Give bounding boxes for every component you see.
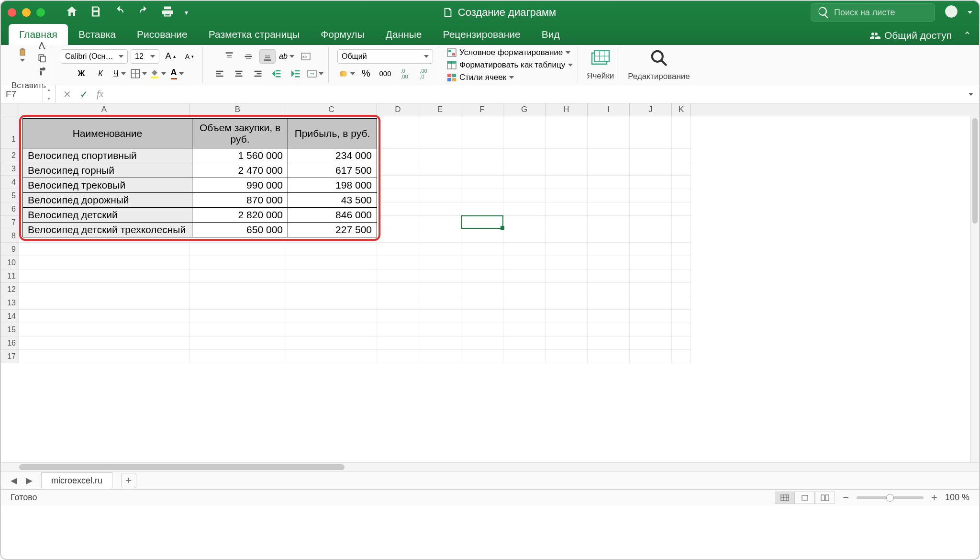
row-header[interactable]: 8 bbox=[1, 229, 19, 243]
table-cell[interactable]: 2 820 000 bbox=[192, 208, 288, 223]
user-dropdown-icon[interactable] bbox=[968, 11, 972, 14]
confirm-formula-icon[interactable]: ✓ bbox=[80, 89, 88, 100]
table-cell[interactable]: 43 500 bbox=[288, 193, 377, 208]
table-header[interactable]: Объем закупки, в руб. bbox=[192, 119, 288, 148]
decrease-indent-icon[interactable] bbox=[269, 67, 285, 81]
minimize-window-button[interactable] bbox=[22, 8, 31, 17]
column-header[interactable]: G bbox=[503, 103, 546, 116]
copy-icon[interactable] bbox=[37, 53, 47, 65]
row-header[interactable]: 4 bbox=[1, 176, 19, 189]
column-header[interactable]: H bbox=[546, 103, 588, 116]
tab-draw[interactable]: Рисование bbox=[126, 24, 198, 45]
tab-insert[interactable]: Вставка bbox=[68, 24, 126, 45]
name-box-stepper[interactable]: ▴▾ bbox=[43, 85, 56, 103]
table-cell[interactable]: 846 000 bbox=[288, 208, 377, 223]
table-cell[interactable]: 617 500 bbox=[288, 163, 377, 178]
share-button[interactable]: Общий доступ bbox=[869, 30, 952, 41]
column-header[interactable]: F bbox=[461, 103, 503, 116]
column-header[interactable]: B bbox=[189, 103, 286, 116]
row-header[interactable]: 10 bbox=[1, 256, 19, 269]
select-all-corner[interactable] bbox=[1, 103, 19, 116]
print-icon[interactable] bbox=[161, 5, 174, 20]
table-cell[interactable]: Велосипед детский трехколесный bbox=[23, 223, 192, 237]
row-header[interactable]: 6 bbox=[1, 202, 19, 216]
align-bottom-icon[interactable] bbox=[259, 49, 276, 64]
vertical-scrollbar[interactable] bbox=[970, 116, 979, 462]
name-box[interactable]: F7 bbox=[1, 85, 43, 103]
find-button[interactable] bbox=[650, 49, 668, 69]
table-cell[interactable]: Велосипед спортивный bbox=[23, 148, 192, 163]
fx-icon[interactable]: fx bbox=[97, 89, 103, 100]
cut-icon[interactable] bbox=[37, 40, 47, 51]
zoom-in-button[interactable]: + bbox=[931, 492, 937, 504]
row-header[interactable]: 1 bbox=[1, 116, 19, 149]
tab-review[interactable]: Рецензирование bbox=[433, 24, 531, 45]
view-page-break-icon[interactable] bbox=[815, 492, 835, 504]
format-painter-icon[interactable] bbox=[37, 67, 47, 78]
search-input[interactable]: Поиск на листе bbox=[811, 3, 935, 22]
row-header[interactable]: 17 bbox=[1, 350, 19, 363]
merge-cells-icon[interactable] bbox=[307, 67, 323, 81]
font-color-button[interactable]: А bbox=[169, 67, 185, 81]
home-icon[interactable] bbox=[65, 5, 78, 20]
align-right-icon[interactable] bbox=[250, 67, 266, 81]
zoom-out-button[interactable]: − bbox=[843, 492, 849, 504]
table-cell[interactable]: 234 000 bbox=[288, 148, 377, 163]
sheet-tab[interactable]: microexcel.ru bbox=[41, 472, 112, 489]
table-cell[interactable]: 990 000 bbox=[192, 178, 288, 193]
column-header[interactable]: A bbox=[19, 103, 189, 116]
close-window-button[interactable] bbox=[8, 8, 16, 17]
cells-area[interactable]: Наименование Объем закупки, в руб. Прибы… bbox=[19, 116, 979, 363]
table-cell[interactable]: 870 000 bbox=[192, 193, 288, 208]
table-header[interactable]: Прибыль, в руб. bbox=[288, 119, 377, 148]
cells-button[interactable] bbox=[590, 49, 611, 68]
zoom-slider[interactable] bbox=[857, 496, 924, 499]
expand-formula-bar-icon[interactable] bbox=[969, 93, 973, 96]
table-cell[interactable]: 2 470 000 bbox=[192, 163, 288, 178]
column-header[interactable]: E bbox=[419, 103, 461, 116]
tab-formulas[interactable]: Формулы bbox=[310, 24, 375, 45]
conditional-formatting-button[interactable]: Условное форматирование bbox=[447, 48, 570, 57]
save-icon[interactable] bbox=[89, 5, 102, 20]
collapse-ribbon-icon[interactable]: ⌃ bbox=[963, 30, 971, 41]
horizontal-scrollbar[interactable] bbox=[1, 462, 979, 471]
align-left-icon[interactable] bbox=[212, 67, 228, 81]
sheet-nav-next-icon[interactable]: ▶ bbox=[26, 475, 33, 486]
table-cell[interactable]: 650 000 bbox=[192, 223, 288, 237]
tab-view[interactable]: Вид bbox=[531, 24, 570, 45]
decrease-font-icon[interactable]: A▾ bbox=[181, 49, 198, 64]
fill-handle[interactable] bbox=[501, 226, 504, 230]
view-normal-icon[interactable] bbox=[775, 492, 795, 504]
format-as-table-button[interactable]: Форматировать как таблицу bbox=[447, 60, 573, 70]
row-header[interactable]: 11 bbox=[1, 269, 19, 283]
undo-icon[interactable] bbox=[113, 5, 126, 20]
table-cell[interactable]: 198 000 bbox=[288, 178, 377, 193]
row-header[interactable]: 5 bbox=[1, 189, 19, 202]
row-header[interactable]: 16 bbox=[1, 336, 19, 350]
align-center-icon[interactable] bbox=[231, 67, 247, 81]
font-size-select[interactable]: 12 bbox=[131, 49, 159, 64]
column-header[interactable]: D bbox=[377, 103, 419, 116]
align-top-icon[interactable] bbox=[221, 49, 237, 64]
redo-icon[interactable] bbox=[137, 5, 150, 20]
cancel-formula-icon[interactable]: ✕ bbox=[63, 89, 71, 100]
row-header[interactable]: 14 bbox=[1, 310, 19, 323]
number-format-select[interactable]: Общий bbox=[337, 49, 433, 64]
sheet-nav-prev-icon[interactable]: ◀ bbox=[11, 475, 17, 486]
increase-indent-icon[interactable] bbox=[288, 67, 304, 81]
qat-dropdown-icon[interactable]: ▾ bbox=[185, 9, 188, 16]
column-header[interactable]: K bbox=[672, 103, 691, 116]
increase-decimal-icon[interactable]: ,0,00 bbox=[396, 67, 412, 81]
table-cell[interactable]: Велосипед горный bbox=[23, 163, 192, 178]
italic-button[interactable]: К bbox=[92, 67, 109, 81]
column-header[interactable]: I bbox=[588, 103, 630, 116]
row-header[interactable]: 15 bbox=[1, 323, 19, 336]
fill-color-button[interactable] bbox=[150, 67, 166, 81]
zoom-level[interactable]: 100 % bbox=[945, 493, 969, 503]
increase-font-icon[interactable]: A▴ bbox=[162, 49, 178, 64]
align-middle-icon[interactable] bbox=[240, 49, 256, 64]
maximize-window-button[interactable] bbox=[36, 8, 45, 17]
currency-icon[interactable] bbox=[339, 67, 355, 81]
add-sheet-button[interactable]: + bbox=[121, 473, 136, 488]
table-cell[interactable]: Велосипед трековый bbox=[23, 178, 192, 193]
